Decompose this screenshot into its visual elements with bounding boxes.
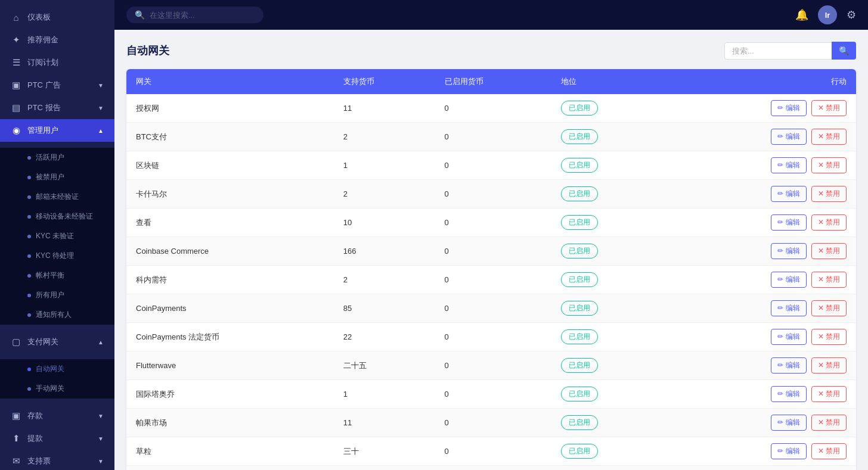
disable-button[interactable]: ✕ 禁用 [811, 415, 847, 431]
disable-button[interactable]: ✕ 禁用 [811, 329, 847, 345]
notification-icon[interactable]: 🔔 [795, 8, 808, 21]
cell-status: 已启用 [551, 266, 665, 294]
chevron-down-icon: ▼ [98, 82, 104, 89]
edit-button[interactable]: ✏ 编辑 [771, 386, 806, 402]
sidebar-sub-item-active-users[interactable]: 活跃用户 [0, 148, 114, 167]
action-buttons: ✏ 编辑 ✕ 禁用 [674, 386, 847, 402]
topbar-search-input[interactable] [150, 11, 255, 20]
disable-button[interactable]: ✕ 禁用 [811, 386, 847, 402]
dot-icon [27, 195, 31, 199]
status-badge: 已启用 [561, 301, 598, 316]
sidebar-item-ptc-ads[interactable]: ▣ PTC 广告 ▼ [0, 74, 114, 97]
cell-actions: ✏ 编辑 ✕ 禁用 [665, 351, 856, 380]
cell-gateway-name: 帕果市场 [126, 409, 334, 437]
cell-supported: 11 [334, 94, 435, 123]
edit-button[interactable]: ✏ 编辑 [771, 243, 806, 259]
sidebar-item-withdrawal[interactable]: ⬆ 提款 ▼ [0, 427, 114, 450]
action-buttons: ✏ 编辑 ✕ 禁用 [674, 415, 847, 431]
cell-enabled: 0 [435, 466, 552, 471]
table-search-input[interactable] [724, 42, 832, 60]
referral-icon: ✦ [11, 35, 21, 45]
sidebar-sub-item-manual-gateway[interactable]: 手动网关 [0, 379, 114, 399]
edit-button[interactable]: ✏ 编辑 [771, 186, 806, 202]
edit-button[interactable]: ✏ 编辑 [771, 443, 806, 459]
sidebar-item-support[interactable]: ✉ 支持票 ▼ [0, 450, 114, 470]
list-icon: ☰ [11, 57, 21, 68]
sidebar-item-subscription[interactable]: ☰ 订阅计划 [0, 51, 114, 74]
cell-gateway-name: 裤裆肌肉痛 [126, 466, 334, 471]
cell-supported: 85 [334, 294, 435, 323]
disable-button[interactable]: ✕ 禁用 [811, 214, 847, 231]
edit-button[interactable]: ✏ 编辑 [771, 100, 806, 116]
sidebar-item-referral[interactable]: ✦ 推荐佣金 [0, 29, 114, 51]
deposit-icon: ▣ [11, 410, 21, 421]
cell-gateway-name: 卡什马尔 [126, 180, 334, 208]
sidebar-sub-item-all-users[interactable]: 所有用户 [0, 285, 114, 305]
disable-button[interactable]: ✕ 禁用 [811, 100, 847, 116]
sidebar-sub-item-kyc-pending[interactable]: KYC 待处理 [0, 246, 114, 266]
cell-supported: 2 [334, 180, 435, 208]
sidebar-sub-item-auto-gateway[interactable]: 自动网关 [0, 359, 114, 379]
sub-item-label: KYC 待处理 [36, 251, 74, 261]
edit-button[interactable]: ✏ 编辑 [771, 129, 806, 145]
sidebar-sub-item-kyc-unverified[interactable]: KYC 未验证 [0, 226, 114, 246]
disable-button[interactable]: ✕ 禁用 [811, 157, 847, 173]
disable-button[interactable]: ✕ 禁用 [811, 186, 847, 202]
status-badge: 已启用 [561, 101, 598, 116]
status-badge: 已启用 [561, 444, 598, 459]
cell-enabled: 0 [435, 323, 552, 351]
page-title: 自动网关 [126, 43, 169, 58]
sidebar-item-payment-gateway[interactable]: ▢ 支付网关 ▲ [0, 331, 114, 353]
cell-gateway-name: 科内需符 [126, 266, 334, 294]
cell-actions: ✏ 编辑 ✕ 禁用 [665, 437, 856, 466]
edit-button[interactable]: ✏ 编辑 [771, 329, 806, 345]
sub-item-label: 帐村平衡 [36, 270, 64, 281]
edit-button[interactable]: ✏ 编辑 [771, 415, 806, 431]
disable-button[interactable]: ✕ 禁用 [811, 443, 847, 459]
sidebar-item-ptc-report[interactable]: ▤ PTC 报告 ▼ [0, 97, 114, 119]
edit-button[interactable]: ✏ 编辑 [771, 300, 806, 316]
cell-gateway-name: Coinbase Commerce [126, 237, 334, 266]
table-row: 查看 10 0 已启用 ✏ 编辑 ✕ 禁用 [126, 208, 856, 237]
status-badge: 已启用 [561, 215, 598, 230]
sidebar-item-deposit[interactable]: ▣ 存款 ▼ [0, 404, 114, 427]
sidebar-sub-item-mobile-unverified[interactable]: 移动设备未经验证 [0, 207, 114, 226]
edit-button[interactable]: ✏ 编辑 [771, 272, 806, 288]
action-buttons: ✏ 编辑 ✕ 禁用 [674, 214, 847, 231]
sub-item-label: 移动设备未经验证 [36, 211, 93, 222]
sidebar-item-manage-users[interactable]: ◉ 管理用户 ▲ [0, 119, 114, 142]
cell-gateway-name: 区块链 [126, 151, 334, 180]
disable-button[interactable]: ✕ 禁用 [811, 129, 847, 145]
disable-button[interactable]: ✕ 禁用 [811, 300, 847, 316]
edit-button[interactable]: ✏ 编辑 [771, 357, 806, 373]
table-row: 区块链 1 0 已启用 ✏ 编辑 ✕ 禁用 [126, 151, 856, 180]
cell-supported: 2 [334, 266, 435, 294]
table-search-button[interactable]: 🔍 [832, 42, 856, 60]
table-row: BTC支付 2 0 已启用 ✏ 编辑 ✕ 禁用 [126, 123, 856, 151]
edit-button[interactable]: ✏ 编辑 [771, 214, 806, 231]
cell-enabled: 0 [435, 208, 552, 237]
col-status: 地位 [551, 69, 665, 94]
sidebar-sub-item-banned-users[interactable]: 被禁用户 [0, 167, 114, 187]
cell-enabled: 0 [435, 151, 552, 180]
sidebar-item-dashboard[interactable]: ⌂ 仪表板 [0, 6, 114, 29]
edit-button[interactable]: ✏ 编辑 [771, 157, 806, 173]
cell-supported: 11 [334, 409, 435, 437]
sidebar-sub-item-email-unverified[interactable]: 邮箱未经验证 [0, 187, 114, 207]
sidebar: ⌂ 仪表板 ✦ 推荐佣金 ☰ 订阅计划 ▣ PTC 广告 ▼ ▤ PTC 报告 … [0, 0, 114, 470]
chevron-down-icon: ▼ [98, 105, 104, 111]
sidebar-item-label: 支持票 [27, 456, 51, 466]
cell-actions: ✏ 编辑 ✕ 禁用 [665, 266, 856, 294]
disable-button[interactable]: ✕ 禁用 [811, 243, 847, 259]
settings-icon[interactable]: ⚙ [847, 8, 856, 21]
sidebar-sub-item-account-balance[interactable]: 帐村平衡 [0, 266, 114, 285]
chevron-down-icon: ▼ [98, 458, 104, 465]
table-row: Flutterwave 二十五 0 已启用 ✏ 编辑 ✕ 禁用 [126, 351, 856, 380]
sidebar-sub-item-notify-all[interactable]: 通知所有人 [0, 305, 114, 325]
disable-button[interactable]: ✕ 禁用 [811, 272, 847, 288]
disable-button[interactable]: ✕ 禁用 [811, 357, 847, 373]
cell-enabled: 0 [435, 123, 552, 151]
avatar[interactable]: Ir [818, 5, 837, 24]
topbar-search-box[interactable]: 🔍 [126, 7, 264, 23]
cell-status: 已启用 [551, 437, 665, 466]
